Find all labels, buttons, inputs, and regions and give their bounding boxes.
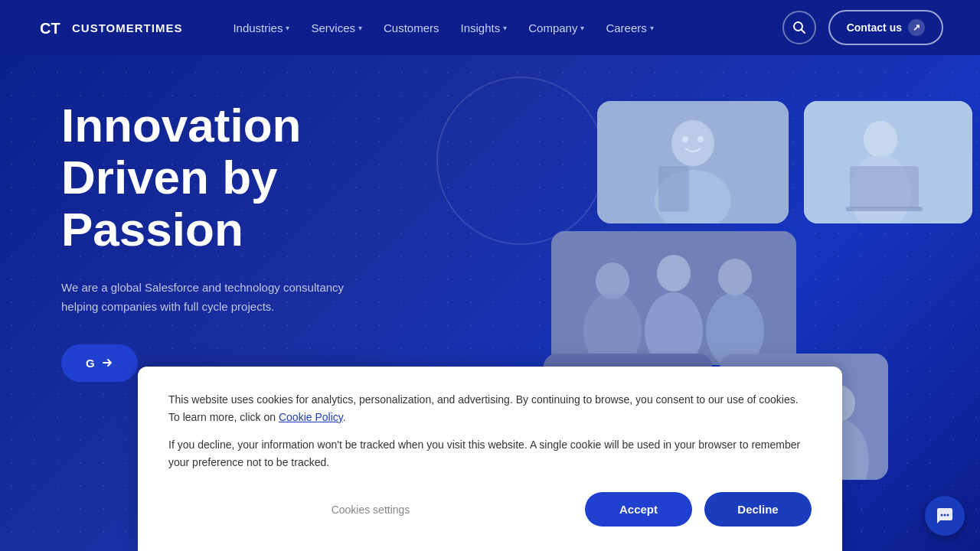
navbar: CT CUSTOMERTIMES Industries ▾ Services ▾… — [0, 0, 980, 55]
svg-point-31 — [944, 514, 946, 517]
chevron-down-icon: ▾ — [650, 24, 654, 32]
nav-item-industries[interactable]: Industries ▾ — [225, 15, 297, 41]
hero-image-card-1 — [597, 101, 789, 223]
svg-point-15 — [718, 259, 752, 295]
nav-item-company[interactable]: Company ▾ — [521, 15, 592, 41]
chevron-down-icon: ▾ — [358, 24, 362, 32]
svg-point-7 — [682, 136, 688, 142]
cookie-text-2: If you decline, your information won't b… — [168, 436, 812, 471]
arrow-right-icon — [101, 357, 113, 369]
arrow-icon: ↗ — [908, 19, 925, 36]
chat-widget[interactable] — [925, 496, 965, 536]
svg-rect-21 — [846, 207, 923, 211]
svg-point-18 — [864, 121, 897, 158]
chevron-down-icon: ▾ — [580, 24, 584, 32]
svg-line-3 — [801, 30, 805, 34]
svg-text:CT: CT — [40, 20, 60, 37]
cookie-banner: This website uses cookies for analytics,… — [138, 367, 842, 551]
svg-rect-20 — [850, 166, 919, 208]
svg-point-30 — [941, 514, 943, 517]
nav-item-insights[interactable]: Insights ▾ — [453, 15, 515, 41]
svg-point-32 — [947, 514, 949, 517]
logo[interactable]: CT CUSTOMERTIMES — [37, 14, 182, 41]
cookie-text-1: This website uses cookies for analytics,… — [168, 391, 812, 425]
nav-items: Industries ▾ Services ▾ Customers Insigh… — [225, 15, 757, 41]
chat-icon — [936, 507, 954, 525]
decline-button[interactable]: Decline — [704, 492, 812, 527]
chevron-down-icon: ▾ — [286, 24, 289, 32]
logo-text: CUSTOMERTIMES — [72, 21, 182, 34]
svg-point-5 — [671, 120, 714, 166]
cookies-settings-button[interactable]: Cookies settings — [168, 504, 573, 516]
contact-button[interactable]: Contact us ↗ — [828, 10, 943, 45]
chevron-down-icon: ▾ — [503, 24, 507, 32]
person-image-1 — [597, 101, 789, 223]
svg-rect-9 — [658, 166, 689, 212]
cookie-actions: Cookies settings Accept Decline — [168, 492, 812, 527]
person-image-2 — [551, 231, 796, 365]
hero-subtitle: We are a global Salesforce and technolog… — [61, 278, 352, 317]
hero-cta-button[interactable]: G — [61, 344, 138, 382]
nav-right: Contact us ↗ — [782, 10, 943, 45]
cookie-policy-link[interactable]: Cookie Policy — [279, 411, 343, 423]
ct-logo-icon: CT — [37, 14, 64, 41]
nav-item-customers[interactable]: Customers — [376, 15, 447, 41]
hero-image-card-2 — [551, 231, 796, 365]
nav-item-services[interactable]: Services ▾ — [303, 15, 370, 41]
hero-content: Innovation Driven by Passion We are a gl… — [61, 99, 459, 382]
accept-button[interactable]: Accept — [585, 492, 692, 527]
hero-image-card-3 — [804, 101, 972, 223]
hero-title: Innovation Driven by Passion — [61, 99, 459, 256]
nav-item-careers[interactable]: Careers ▾ — [598, 15, 661, 41]
svg-point-13 — [657, 255, 691, 292]
person-image-3 — [804, 101, 972, 223]
search-icon — [792, 21, 806, 34]
search-button[interactable] — [782, 11, 816, 44]
svg-point-8 — [697, 136, 704, 142]
